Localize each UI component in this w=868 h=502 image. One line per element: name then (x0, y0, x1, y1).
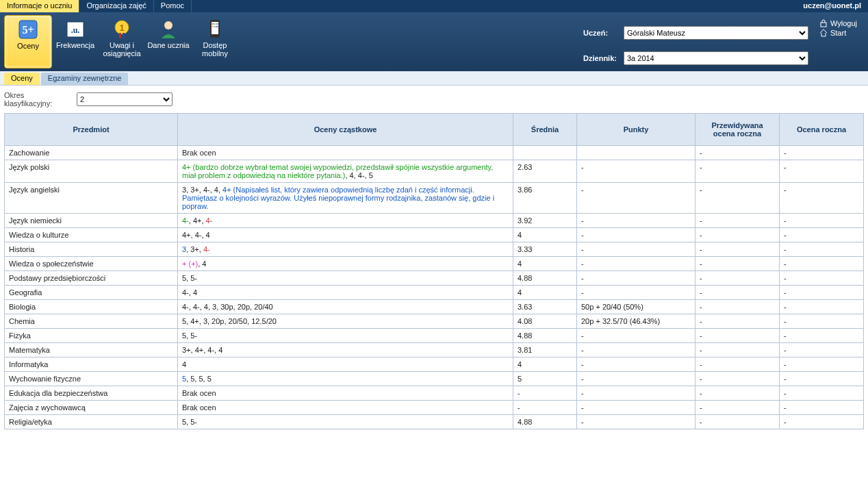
top-tab-pomoc[interactable]: Pomoc (154, 0, 192, 12)
ribbon-label: Dane ucznia (147, 41, 189, 49)
cell-grades: 4-, 4+, 4- (178, 214, 513, 228)
cell-points: - (577, 228, 695, 242)
cell-points: - (577, 257, 695, 271)
user-actions: Wyloguj Start (813, 15, 864, 68)
cell-predicted: - (695, 146, 780, 160)
cell-grades: 5, 5, 5, 5 (178, 372, 513, 386)
cell-grades: 3, 3+, 4- (178, 242, 513, 257)
ribbon-btn-dane[interactable]: Dane ucznia (145, 15, 192, 68)
cell-average: 4.88 (513, 271, 577, 286)
cell-grades: 4-, 4-, 4, 3, 30p, 20p, 20/40 (178, 300, 513, 314)
cell-subject: Informatyka (5, 357, 178, 372)
cell-predicted: - (695, 329, 780, 343)
topbar: Informacje o uczniu Organizacja zajęć Po… (0, 0, 868, 12)
grades-table: Przedmiot Oceny cząstkowe Średnia Punkty… (4, 113, 864, 429)
svg-rect-11 (212, 23, 214, 25)
cell-average: 4.88 (513, 415, 577, 429)
cell-subject: Religia/etyka (5, 415, 178, 429)
table-row: Język niemiecki4-, 4+, 4-3.92--- (5, 214, 864, 228)
cell-points: - (577, 386, 695, 401)
table-row: Zajęcia z wychowawcąBrak ocen---- (5, 401, 864, 415)
table-header-row: Przedmiot Oceny cząstkowe Średnia Punkty… (5, 114, 864, 146)
cell-average: 4 (513, 357, 577, 372)
cell-points (577, 146, 695, 160)
col-punkty: Punkty (577, 114, 695, 146)
cell-average: 4.08 (513, 314, 577, 329)
col-przedmiot: Przedmiot (5, 114, 178, 146)
ribbon-group: 5+ Oceny .u. Frekwencja 1 Uwagi i osiągn… (4, 15, 238, 68)
svg-rect-7 (123, 33, 125, 38)
svg-rect-12 (214, 23, 216, 25)
cell-grades: 4+ (bardzo dobrze wybrał temat swojej wy… (178, 160, 513, 183)
period-bar: Okres klasyfikacyjny: 2 (0, 86, 868, 113)
student-icon (157, 18, 179, 40)
svg-rect-13 (216, 23, 218, 25)
cell-final: - (780, 314, 864, 329)
cell-points: - (577, 214, 695, 228)
top-tab-organizacja[interactable]: Organizacja zajęć (79, 0, 153, 12)
cell-average: 5 (513, 372, 577, 386)
ribbon-label: Frekwencja (56, 41, 94, 49)
period-label: Okres klasyfikacyjny: (4, 91, 73, 108)
col-srednia: Średnia (513, 114, 577, 146)
ribbon-btn-mobilny[interactable]: Dostęp mobilny (192, 15, 238, 68)
cell-final: - (780, 183, 864, 214)
table-row: Język angielski3, 3+, 4-, 4, 4+ (Napisał… (5, 183, 864, 214)
col-roczna: Ocena roczna (780, 114, 864, 146)
cell-grades: 5, 5- (178, 415, 513, 429)
period-select[interactable]: 2 (77, 92, 173, 106)
cell-predicted: - (695, 386, 780, 401)
attendance-icon: .u. (64, 18, 86, 40)
col-oceny: Oceny cząstkowe (178, 114, 513, 146)
table-row: Biologia4-, 4-, 4, 3, 30p, 20p, 20/403.6… (5, 300, 864, 314)
cell-subject: Zachowanie (5, 146, 178, 160)
table-row: Fizyka5, 5-4.88--- (5, 329, 864, 343)
logout-link[interactable]: Wyloguj (819, 19, 857, 27)
cell-final: - (780, 372, 864, 386)
cell-grades: 5, 4+, 3, 20p, 20/50, 12.5/20 (178, 314, 513, 329)
cell-average: 3.92 (513, 214, 577, 228)
subtab-egzaminy[interactable]: Egzaminy zewnętrzne (41, 73, 129, 85)
cell-predicted: - (695, 271, 780, 286)
cell-final: - (780, 329, 864, 343)
table-row: Wiedza o społeczeństwie+ (+), 44--- (5, 257, 864, 271)
cell-points: - (577, 160, 695, 183)
table-row: Geografia4-, 44--- (5, 286, 864, 300)
student-select[interactable]: Góralski Mateusz (624, 26, 808, 40)
cell-subject: Chemia (5, 314, 178, 329)
ribbon-btn-oceny[interactable]: 5+ Oceny (4, 15, 52, 68)
cell-predicted: - (695, 160, 780, 183)
user-email: uczen@uonet.pl (796, 0, 868, 12)
cell-subject: Język niemiecki (5, 214, 178, 228)
svg-rect-14 (212, 26, 214, 27)
table-row: Podstawy przedsiębiorczości5, 5-4.88--- (5, 271, 864, 286)
svg-point-8 (164, 21, 173, 29)
cell-points: - (577, 271, 695, 286)
cell-points: - (577, 343, 695, 357)
table-row: Wychowanie fizyczne5, 5, 5, 55--- (5, 372, 864, 386)
cell-average: 3.63 (513, 300, 577, 314)
table-row: Historia3, 3+, 4-3.33--- (5, 242, 864, 257)
journal-select[interactable]: 3a 2014 (624, 51, 808, 65)
top-tab-info[interactable]: Informacje o uczniu (0, 0, 79, 12)
cell-predicted: - (695, 228, 780, 242)
table-row: Chemia5, 4+, 3, 20p, 20/50, 12.5/204.082… (5, 314, 864, 329)
cell-points: 20p + 32.5/70 (46.43%) (577, 314, 695, 329)
start-link[interactable]: Start (819, 29, 857, 37)
cell-predicted: - (695, 415, 780, 429)
home-icon (819, 29, 828, 37)
journal-label: Dziennik: (583, 54, 617, 62)
cell-points: 50p + 20/40 (50%) (577, 300, 695, 314)
cell-points: - (577, 357, 695, 372)
ribbon-btn-uwagi[interactable]: 1 Uwagi i osiągnięcia (99, 15, 145, 68)
cell-subject: Matematyka (5, 343, 178, 357)
cell-final: - (780, 257, 864, 271)
table-row: Religia/etyka5, 5-4.88--- (5, 415, 864, 429)
ribbon-label: Dostęp mobilny (193, 41, 237, 58)
cell-subject: Wychowanie fizyczne (5, 372, 178, 386)
subtab-oceny[interactable]: Oceny (4, 73, 40, 85)
cell-final: - (780, 228, 864, 242)
ribbon-btn-frekwencja[interactable]: .u. Frekwencja (52, 15, 99, 68)
cell-final: - (780, 357, 864, 372)
cell-final: - (780, 160, 864, 183)
